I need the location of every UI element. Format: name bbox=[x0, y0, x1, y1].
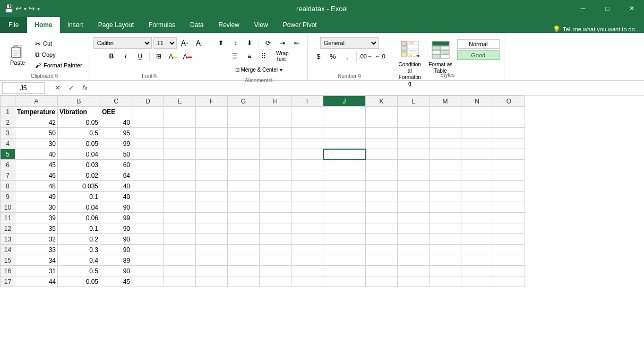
cell-F8[interactable] bbox=[196, 181, 228, 192]
cell-D13[interactable] bbox=[132, 234, 164, 245]
cell-D15[interactable] bbox=[132, 255, 164, 266]
row-header-2[interactable]: 2 bbox=[1, 117, 15, 128]
cell-M16[interactable] bbox=[430, 266, 461, 276]
cell-E1[interactable] bbox=[164, 107, 196, 117]
cell-H2[interactable] bbox=[260, 117, 291, 128]
bold-button[interactable]: B bbox=[105, 50, 118, 62]
cell-E2[interactable] bbox=[164, 117, 196, 128]
cell-C11[interactable]: 99 bbox=[100, 213, 132, 223]
cell-M1[interactable] bbox=[430, 107, 461, 117]
undo-icon[interactable]: ↩ bbox=[15, 4, 22, 13]
cell-C15[interactable]: 89 bbox=[100, 255, 132, 266]
cell-K10[interactable] bbox=[366, 202, 398, 213]
increase-decimal-button[interactable]: .00→ bbox=[359, 50, 372, 62]
cell-D17[interactable] bbox=[132, 276, 164, 287]
cell-L5[interactable] bbox=[398, 149, 430, 160]
col-header-O[interactable]: O bbox=[493, 96, 525, 107]
cell-B12[interactable]: 0.1 bbox=[58, 223, 100, 234]
cell-G14[interactable] bbox=[228, 245, 260, 255]
cell-M5[interactable] bbox=[430, 149, 461, 160]
undo-dropdown-icon[interactable]: ▾ bbox=[24, 6, 27, 12]
cell-C8[interactable]: 40 bbox=[100, 181, 132, 192]
cell-I11[interactable] bbox=[291, 213, 323, 223]
cell-A9[interactable]: 49 bbox=[15, 192, 58, 202]
col-header-M[interactable]: M bbox=[430, 96, 461, 107]
row-header-13[interactable]: 13 bbox=[1, 234, 15, 245]
cell-D14[interactable] bbox=[132, 245, 164, 255]
cell-N2[interactable] bbox=[461, 117, 493, 128]
cell-M12[interactable] bbox=[430, 223, 461, 234]
cell-C12[interactable]: 90 bbox=[100, 223, 132, 234]
cell-K17[interactable] bbox=[366, 276, 398, 287]
cell-I17[interactable] bbox=[291, 276, 323, 287]
cell-G4[interactable] bbox=[228, 138, 260, 149]
row-header-6[interactable]: 6 bbox=[1, 160, 15, 170]
cell-H11[interactable] bbox=[260, 213, 291, 223]
currency-button[interactable]: $ bbox=[312, 50, 325, 62]
cell-E16[interactable] bbox=[164, 266, 196, 276]
col-header-D[interactable]: D bbox=[132, 96, 164, 107]
cell-B1[interactable]: Vibration bbox=[58, 107, 100, 117]
decrease-decimal-button[interactable]: ←.0 bbox=[374, 50, 387, 62]
cell-F7[interactable] bbox=[196, 170, 228, 181]
cell-K16[interactable] bbox=[366, 266, 398, 276]
cell-F15[interactable] bbox=[196, 255, 228, 266]
cell-E7[interactable] bbox=[164, 170, 196, 181]
cell-L9[interactable] bbox=[398, 192, 430, 202]
tab-review[interactable]: Review bbox=[211, 17, 246, 33]
row-header-11[interactable]: 11 bbox=[1, 213, 15, 223]
cell-K8[interactable] bbox=[366, 181, 398, 192]
wrap-text-button[interactable]: Wrap Text bbox=[276, 50, 289, 62]
cell-O1[interactable] bbox=[493, 107, 525, 117]
borders-button[interactable]: ⊞ bbox=[152, 50, 165, 62]
cell-C4[interactable]: 99 bbox=[100, 138, 132, 149]
format-as-table-button[interactable]: Format as Table bbox=[426, 37, 455, 76]
cell-N4[interactable] bbox=[461, 138, 493, 149]
cell-A7[interactable]: 46 bbox=[15, 170, 58, 181]
align-middle-button[interactable]: ↕ bbox=[229, 37, 242, 49]
cell-H7[interactable] bbox=[260, 170, 291, 181]
cell-N15[interactable] bbox=[461, 255, 493, 266]
cell-D9[interactable] bbox=[132, 192, 164, 202]
cell-G16[interactable] bbox=[228, 266, 260, 276]
cell-F17[interactable] bbox=[196, 276, 228, 287]
cell-C9[interactable]: 40 bbox=[100, 192, 132, 202]
align-top-button[interactable]: ⬆ bbox=[214, 37, 227, 49]
cell-O2[interactable] bbox=[493, 117, 525, 128]
tab-file[interactable]: File bbox=[0, 17, 27, 33]
cell-N3[interactable] bbox=[461, 128, 493, 138]
cell-C6[interactable]: 60 bbox=[100, 160, 132, 170]
cell-B4[interactable]: 0.05 bbox=[58, 138, 100, 149]
cell-O6[interactable] bbox=[493, 160, 525, 170]
cell-F5[interactable] bbox=[196, 149, 228, 160]
cell-C16[interactable]: 90 bbox=[100, 266, 132, 276]
cell-A16[interactable]: 31 bbox=[15, 266, 58, 276]
cell-K4[interactable] bbox=[366, 138, 398, 149]
cell-A15[interactable]: 34 bbox=[15, 255, 58, 266]
cell-H15[interactable] bbox=[260, 255, 291, 266]
cell-E14[interactable] bbox=[164, 245, 196, 255]
cell-O16[interactable] bbox=[493, 266, 525, 276]
tab-view[interactable]: View bbox=[247, 17, 276, 33]
col-header-B[interactable]: B bbox=[58, 96, 100, 107]
cell-C2[interactable]: 40 bbox=[100, 117, 132, 128]
cell-C13[interactable]: 90 bbox=[100, 234, 132, 245]
align-center-button[interactable]: ≡ bbox=[243, 50, 256, 62]
cell-O4[interactable] bbox=[493, 138, 525, 149]
percent-button[interactable]: % bbox=[327, 50, 339, 62]
cell-C10[interactable]: 90 bbox=[100, 202, 132, 213]
cell-H16[interactable] bbox=[260, 266, 291, 276]
spreadsheet-container[interactable]: A B C D E F G H I J K L M N O 1Temperatu… bbox=[0, 96, 644, 355]
tab-formulas[interactable]: Formulas bbox=[141, 17, 183, 33]
cell-I3[interactable] bbox=[291, 128, 323, 138]
row-header-9[interactable]: 9 bbox=[1, 192, 15, 202]
col-header-H[interactable]: H bbox=[260, 96, 291, 107]
cell-E3[interactable] bbox=[164, 128, 196, 138]
indent-increase-button[interactable]: ⇥ bbox=[276, 37, 289, 49]
cell-J11[interactable] bbox=[323, 213, 366, 223]
cell-I4[interactable] bbox=[291, 138, 323, 149]
cell-B3[interactable]: 0.5 bbox=[58, 128, 100, 138]
cell-O3[interactable] bbox=[493, 128, 525, 138]
cell-I13[interactable] bbox=[291, 234, 323, 245]
cell-J3[interactable] bbox=[323, 128, 366, 138]
